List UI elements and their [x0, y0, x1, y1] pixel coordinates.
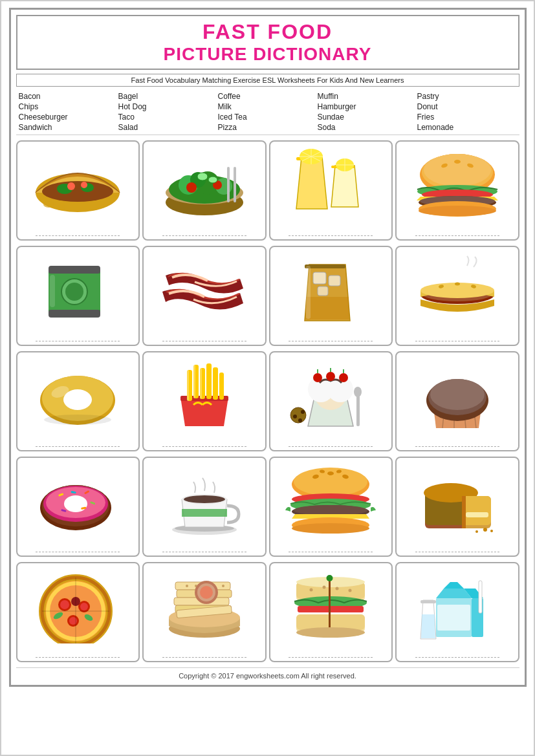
svg-rect-67: [187, 370, 189, 401]
svg-point-120: [292, 523, 369, 534]
food-image-sandwich: [281, 567, 381, 645]
food-image-coffee: [154, 462, 254, 539]
svg-point-135: [60, 600, 69, 609]
food-image-pizza: [28, 567, 128, 645]
food-image-donut: [28, 462, 128, 539]
label-line-pastry[interactable]: [415, 543, 499, 552]
label-line-hamburger[interactable]: [415, 227, 499, 236]
label-line-can[interactable]: [36, 332, 120, 341]
svg-point-137: [80, 603, 88, 610]
svg-rect-184: [420, 600, 436, 603]
svg-point-84: [354, 387, 362, 397]
svg-rect-182: [437, 605, 470, 631]
vocab-item: Salad: [118, 123, 218, 132]
food-card-taco: [16, 140, 140, 241]
svg-rect-170: [329, 579, 331, 627]
svg-rect-48: [306, 266, 311, 319]
food-card-bagel: [16, 351, 140, 451]
svg-rect-43: [50, 275, 55, 307]
label-line-coffee[interactable]: [162, 543, 246, 552]
food-card-hamburger: [395, 140, 519, 241]
label-line-cheeseburger[interactable]: [289, 543, 373, 552]
food-card-cheeseburger: [269, 457, 393, 557]
food-card-coffee: [142, 457, 267, 557]
label-line-taco[interactable]: [36, 227, 120, 236]
svg-rect-66: [219, 373, 224, 400]
svg-point-4: [67, 182, 75, 190]
label-line-chips[interactable]: [162, 649, 246, 658]
food-grid-row5: [16, 562, 519, 662]
vocab-item: Bacon: [19, 92, 118, 101]
vocab-item: Coffee: [218, 92, 318, 101]
food-image-can: [28, 251, 128, 329]
food-card-lemonade: [269, 140, 393, 241]
label-line-fries[interactable]: [162, 438, 246, 447]
svg-point-106: [184, 495, 225, 503]
svg-point-7: [58, 204, 65, 210]
svg-rect-126: [462, 496, 466, 528]
food-image-cheeseburger: [281, 462, 381, 539]
label-line-sandwich[interactable]: [289, 649, 373, 658]
label-line-muffin[interactable]: [415, 438, 499, 447]
svg-point-154: [186, 585, 188, 587]
svg-point-36: [419, 206, 496, 216]
food-card-sandwich: [269, 562, 393, 662]
label-line-bagel[interactable]: [36, 438, 120, 447]
svg-rect-69: [200, 368, 202, 399]
label-line-iced-tea[interactable]: [289, 332, 373, 341]
food-grid-row4: [16, 457, 519, 557]
vocab-col-2: Bagel Hot Dog Taco Salad: [118, 92, 218, 132]
svg-point-173: [323, 585, 326, 589]
label-line-lemonade[interactable]: [289, 227, 373, 236]
svg-marker-179: [444, 582, 464, 589]
vocab-item: Bagel: [118, 92, 218, 101]
svg-rect-125: [462, 496, 491, 525]
svg-point-128: [483, 528, 487, 532]
vocab-item: Cheeseburger: [19, 113, 118, 122]
svg-point-158: [222, 585, 224, 587]
food-image-fries: [154, 356, 254, 434]
svg-point-75: [339, 373, 348, 382]
svg-rect-44: [305, 265, 345, 268]
label-line-soda[interactable]: [415, 649, 499, 658]
svg-rect-20: [234, 167, 236, 202]
label-line-donut[interactable]: [36, 543, 120, 552]
vocab-item: Pizza: [218, 123, 318, 132]
svg-point-171: [327, 575, 333, 581]
svg-point-161: [200, 586, 213, 599]
svg-point-111: [327, 471, 334, 475]
food-image-bacon: [154, 251, 254, 329]
vocab-col-1: Bacon Chips Cheeseburger Sandwich: [19, 92, 118, 132]
food-image-pastry: [407, 462, 507, 539]
vocab-item: Muffin: [318, 92, 417, 101]
food-image-bagel: [28, 356, 128, 434]
svg-point-15: [186, 182, 197, 193]
svg-rect-127: [466, 512, 488, 517]
svg-rect-46: [329, 275, 340, 286]
svg-point-42: [65, 283, 83, 301]
svg-point-118: [294, 505, 367, 515]
label-line-sundae[interactable]: [289, 438, 373, 447]
food-card-pastry: [395, 457, 519, 557]
food-card-pizza: [16, 562, 140, 662]
svg-point-73: [313, 373, 322, 382]
title-section: FAST FOOD PICTURE DICTIONARY: [16, 15, 519, 70]
food-image-lemonade: [281, 146, 381, 223]
subtitle-bar: Fast Food Vocabulary Matching Exercise E…: [16, 74, 519, 87]
food-card-chips: [142, 562, 267, 662]
food-card-can: [16, 246, 140, 346]
svg-point-129: [475, 530, 478, 533]
sub-title: PICTURE DICTIONARY: [24, 44, 512, 65]
label-line-hot-dog[interactable]: [415, 332, 499, 341]
vocab-item: Lemonade: [417, 123, 517, 132]
vocab-item: Chips: [19, 102, 118, 111]
svg-point-18: [208, 177, 217, 183]
label-line-bacon[interactable]: [162, 332, 246, 341]
svg-rect-107: [182, 509, 227, 517]
copyright: Copyright © 2017 engworksheets.com All r…: [16, 667, 519, 680]
svg-point-29: [454, 160, 461, 164]
label-line-salad[interactable]: [162, 227, 246, 236]
svg-point-1: [42, 181, 113, 202]
label-line-pizza[interactable]: [36, 649, 120, 658]
food-image-sundae: [281, 356, 381, 434]
